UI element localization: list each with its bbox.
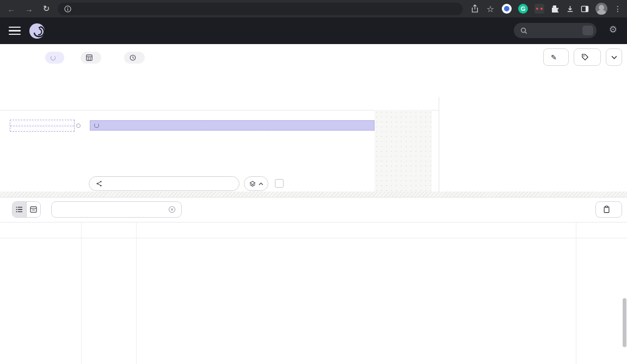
browser-menu-icon[interactable]: ⋮ [614, 4, 622, 13]
share-icon[interactable] [471, 4, 479, 13]
search-icon [520, 27, 527, 34]
clipboard-icon [603, 206, 610, 213]
gantt-toolbar [0, 71, 627, 97]
sidepanel-icon[interactable] [581, 5, 589, 13]
gantt-pending-marker [10, 120, 75, 132]
column-divider [576, 223, 576, 364]
grammarly-extension-icon[interactable]: G [518, 4, 528, 14]
log-filter-bar [0, 198, 627, 222]
run-status-badge[interactable] [45, 52, 64, 64]
run-header: ✎ [0, 44, 627, 71]
extension-icon[interactable] [502, 4, 512, 14]
clock-icon [130, 54, 136, 61]
step-status-panel [439, 97, 627, 192]
step-selection-input[interactable] [89, 176, 239, 191]
downloads-icon[interactable] [566, 5, 574, 13]
graph-query-icon [96, 180, 103, 187]
spinner-icon [94, 123, 99, 128]
app-header: ⚙ [0, 17, 627, 44]
log-table-header [0, 223, 627, 238]
gantt-node-dot [76, 124, 81, 128]
copy-url-button[interactable] [595, 201, 622, 218]
gantt-future-region [374, 110, 432, 192]
job-name-chip[interactable] [81, 52, 101, 64]
run-time-chip [124, 52, 145, 64]
search-shortcut-key [582, 26, 593, 35]
gantt-scroll-strip[interactable] [0, 192, 627, 197]
chevron-up-icon [259, 182, 263, 186]
log-list-view-button[interactable] [13, 202, 26, 217]
gantt-step-bar[interactable] [90, 120, 374, 131]
log-scrollbar[interactable] [623, 298, 626, 347]
log-table [0, 222, 627, 364]
column-divider [81, 223, 82, 364]
settings-gear-icon[interactable]: ⚙ [609, 25, 617, 34]
chevron-down-icon [611, 55, 617, 59]
profile-avatar[interactable] [595, 3, 607, 15]
job-grid-icon [86, 54, 93, 61]
hide-unselected-checkbox[interactable] [275, 179, 284, 188]
hamburger-menu-icon[interactable] [9, 27, 21, 35]
extension-robot-icon[interactable] [534, 4, 544, 14]
log-structured-view-button[interactable] [26, 202, 40, 217]
open-in-launchpad-button[interactable]: ✎ [543, 48, 569, 66]
log-filter-input[interactable] [51, 201, 182, 218]
info-icon [64, 5, 71, 13]
gantt-time-axis [0, 97, 439, 110]
address-bar[interactable] [58, 3, 463, 15]
clear-filter-icon[interactable] [168, 206, 176, 213]
spinner-icon [51, 55, 56, 60]
layers-icon [249, 181, 256, 187]
column-divider [136, 223, 137, 364]
bookmark-star-icon[interactable]: ☆ [485, 4, 495, 14]
gantt-chart [0, 97, 439, 197]
selection-options-button[interactable] [244, 176, 268, 191]
tag-icon [581, 53, 589, 61]
more-run-actions-button[interactable] [606, 48, 622, 66]
dagster-logo[interactable] [28, 22, 46, 40]
back-icon[interactable]: ← [7, 4, 16, 14]
view-tags-config-button[interactable] [574, 48, 601, 66]
reload-icon[interactable]: ↻ [41, 4, 51, 14]
search-input[interactable] [514, 23, 597, 38]
forward-icon[interactable]: → [24, 4, 34, 14]
extensions-puzzle-icon[interactable] [551, 4, 560, 13]
pencil-icon: ✎ [551, 53, 557, 61]
browser-toolbar: ← → ↻ ☆ G ⋮ [0, 0, 627, 17]
